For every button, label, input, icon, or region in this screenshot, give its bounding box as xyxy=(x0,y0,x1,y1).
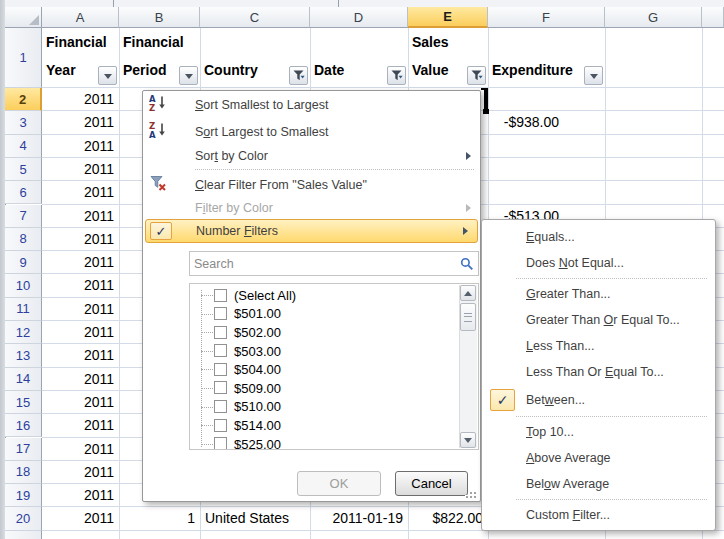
row-header-15[interactable]: 15 xyxy=(5,391,42,414)
cell-a5[interactable]: 2011 xyxy=(42,158,119,181)
select-all-corner[interactable] xyxy=(5,7,42,28)
cell-a2[interactable]: 2011 xyxy=(42,88,119,111)
cell-a6[interactable]: 2011 xyxy=(42,181,119,204)
scroll-up-button[interactable] xyxy=(460,285,476,301)
cell-a8[interactable]: 2011 xyxy=(42,228,119,251)
menu-item-clear-filter-from-sales-value[interactable]: Clear Filter From "Sales Value" xyxy=(143,172,480,197)
submenu-item-between[interactable]: ✓Between... xyxy=(482,385,715,414)
filter-button-c[interactable] xyxy=(289,66,308,85)
filter-button-a[interactable] xyxy=(98,66,117,85)
column-header-e[interactable]: E xyxy=(408,7,488,28)
cell-a4[interactable]: 2011 xyxy=(42,135,119,158)
row-header-11[interactable]: 11 xyxy=(5,298,42,321)
row-header-8[interactable]: 8 xyxy=(5,228,42,251)
row-header-18[interactable]: 18 xyxy=(5,461,42,484)
filter-button-b[interactable] xyxy=(179,66,198,85)
cell-d20[interactable]: 2011-01-19 xyxy=(310,507,408,530)
filter-value-option[interactable]: $510.00 xyxy=(190,398,460,417)
row-header-3[interactable]: 3 xyxy=(5,111,42,134)
filter-value-option[interactable]: $503.00 xyxy=(190,342,460,361)
column-header-g[interactable]: G xyxy=(605,7,702,28)
column-header-d[interactable]: D xyxy=(310,7,408,28)
submenu-item-above-average[interactable]: Above Average xyxy=(482,445,715,471)
row-header-10[interactable]: 10 xyxy=(5,274,42,297)
row-header-1[interactable]: 1 xyxy=(5,28,42,88)
filter-value-option[interactable]: $501.00 xyxy=(190,305,460,324)
cell-a19[interactable]: 2011 xyxy=(42,484,119,507)
column-header-a[interactable]: A xyxy=(42,7,119,28)
cell-a18[interactable]: 2011 xyxy=(42,461,119,484)
column-header-b[interactable]: B xyxy=(119,7,200,28)
cell-a16[interactable]: 2011 xyxy=(42,414,119,437)
cell-e20[interactable]: $822.00 xyxy=(408,507,488,530)
submenu-item-below-average[interactable]: Below Average xyxy=(482,471,715,497)
search-input[interactable] xyxy=(190,257,460,271)
filter-button-e[interactable] xyxy=(467,66,486,85)
row-header-14[interactable]: 14 xyxy=(5,368,42,391)
submenu-item-less-than-or-equal-to[interactable]: Less Than Or Equal To... xyxy=(482,359,715,385)
menu-item-sort-by-color[interactable]: Sort by Color xyxy=(143,145,480,167)
checkbox-icon xyxy=(214,289,227,302)
filter-value-option[interactable]: $502.00 xyxy=(190,323,460,342)
menu-item-sort-smallest-to-largest[interactable]: AZSort Smallest to Largest xyxy=(143,91,480,118)
row-header-7[interactable]: 7 xyxy=(5,205,42,228)
row-header-13[interactable]: 13 xyxy=(5,344,42,367)
submenu-item-less-than[interactable]: Less Than... xyxy=(482,333,715,359)
filter-value-option[interactable]: $525.00 xyxy=(190,435,460,449)
column-header-f[interactable]: F xyxy=(488,7,605,28)
column-header-c[interactable]: C xyxy=(200,7,310,28)
row-header-4[interactable]: 4 xyxy=(5,135,42,158)
row-header-20[interactable]: 20 xyxy=(5,507,42,530)
cell-c20[interactable]: United States xyxy=(200,507,310,530)
cancel-button[interactable]: Cancel xyxy=(395,471,468,496)
submenu-item-greater-than[interactable]: Greater Than... xyxy=(482,281,715,307)
menu-item-sort-largest-to-smallest[interactable]: ZASort Largest to Smallest xyxy=(143,118,480,145)
row-header-12[interactable]: 12 xyxy=(5,321,42,344)
tree-line xyxy=(201,407,213,408)
row-header-9[interactable]: 9 xyxy=(5,251,42,274)
cell-a10[interactable]: 2011 xyxy=(42,274,119,297)
cell-f3[interactable]: -$938.00 xyxy=(488,111,605,134)
cell-a20[interactable]: 2011 xyxy=(42,507,119,530)
filter-button-f[interactable] xyxy=(584,66,603,85)
submenu-item-equals[interactable]: Equals... xyxy=(482,224,715,250)
scroll-thumb[interactable] xyxy=(460,303,476,331)
cell-a11[interactable]: 2011 xyxy=(42,298,119,321)
filter-value-option[interactable]: $514.00 xyxy=(190,416,460,435)
cell-a15[interactable]: 2011 xyxy=(42,391,119,414)
filter-value-option[interactable]: $509.00 xyxy=(190,379,460,398)
filter-value-option[interactable]: (Select All) xyxy=(190,286,460,305)
cell-a17[interactable]: 2011 xyxy=(42,438,119,461)
cell-a9[interactable]: 2011 xyxy=(42,251,119,274)
submenu-item-custom-filter[interactable]: Custom Filter... xyxy=(482,502,715,528)
svg-text:Z: Z xyxy=(149,103,155,113)
search-icon[interactable] xyxy=(460,257,474,271)
filter-value-option[interactable]: $504.00 xyxy=(190,360,460,379)
menu-item-number-filters[interactable]: ✓Number Filters xyxy=(145,219,478,243)
cell-a14[interactable]: 2011 xyxy=(42,368,119,391)
submenu-item-does-not-equal[interactable]: Does Not Equal... xyxy=(482,250,715,276)
list-scrollbar[interactable] xyxy=(459,285,477,448)
row-header-5[interactable]: 5 xyxy=(5,158,42,181)
submenu-item-greater-than-or-equal-to[interactable]: Greater Than Or Equal To... xyxy=(482,307,715,333)
row-header-6[interactable]: 6 xyxy=(5,181,42,204)
resize-grip[interactable] xyxy=(465,491,476,498)
row-header-19[interactable]: 19 xyxy=(5,484,42,507)
cell-b20[interactable]: 1 xyxy=(119,507,200,530)
cell-a3[interactable]: 2011 xyxy=(42,111,119,134)
row-header-17[interactable]: 17 xyxy=(5,438,42,461)
search-box[interactable] xyxy=(189,251,479,276)
row-header-2[interactable]: 2 xyxy=(5,88,42,111)
scroll-down-button[interactable] xyxy=(460,432,476,448)
header-text-line1: Financial xyxy=(46,34,107,50)
ok-button[interactable]: OK xyxy=(297,471,381,496)
cell-a13[interactable]: 2011 xyxy=(42,344,119,367)
filter-button-d[interactable] xyxy=(387,66,406,85)
header-text-line2: Country xyxy=(204,62,258,78)
cell-a12[interactable]: 2011 xyxy=(42,321,119,344)
menu-item-filter-by-color[interactable]: Filter by Color xyxy=(143,197,480,219)
row-header-16[interactable]: 16 xyxy=(5,414,42,437)
submenu-item-top-10[interactable]: Top 10... xyxy=(482,419,715,445)
cell-a7[interactable]: 2011 xyxy=(42,205,119,228)
fill-handle[interactable] xyxy=(483,109,489,114)
